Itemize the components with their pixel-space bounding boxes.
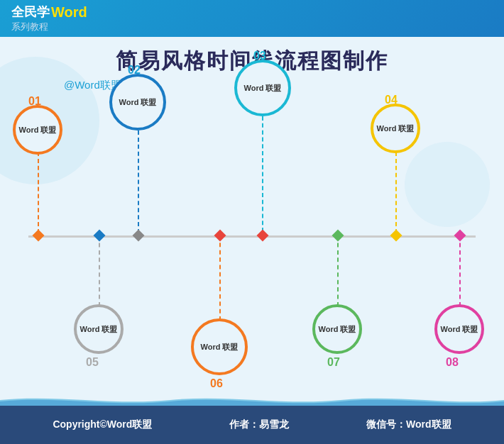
circle-05: Word 联盟 (74, 304, 124, 354)
circle-06: Word 联盟 (191, 318, 248, 375)
node-sq-04 (390, 230, 402, 242)
timeline-container: Word 联盟 01 Word 联盟 02 Word 联盟 03 Word 联盟… (0, 95, 504, 372)
circle-08-label: Word 联盟 (441, 324, 478, 335)
brand-badge: 全民学 Word (11, 4, 87, 21)
circle-08: Word 联盟 (434, 304, 484, 354)
header-left: 全民学 Word 系列教程 (11, 4, 87, 33)
vline-05 (99, 235, 100, 306)
brand-word: Word (51, 4, 87, 21)
node-sq-08 (454, 230, 466, 242)
circle-02: Word 联盟 (109, 74, 166, 131)
circle-07: Word 联盟 (312, 304, 362, 354)
brand-text: 全民学 (11, 4, 50, 21)
node-sq-03 (257, 230, 269, 242)
node-sq-07 (332, 230, 344, 242)
header-series: 系列教程 (11, 21, 87, 33)
node-sq-06 (214, 230, 226, 242)
circle-01-label: Word 联盟 (19, 125, 57, 135)
vline-07 (337, 235, 339, 306)
node-sq-05 (94, 230, 106, 242)
vline-04 (395, 152, 397, 233)
vline-03 (262, 116, 263, 232)
num-05: 05 (86, 356, 99, 369)
circle-04-label: Word 联盟 (377, 123, 415, 134)
footer-wave (0, 394, 504, 406)
footer-author: 作者：易雪龙 (229, 418, 289, 431)
circle-03-label: Word 联盟 (244, 83, 282, 94)
circle-04: Word 联盟 (371, 104, 420, 153)
vline-08 (459, 235, 461, 306)
num-01: 01 (28, 95, 41, 108)
footer: Copyright©Word联盟 作者：易雪龙 微信号：Word联盟 (0, 406, 504, 444)
circle-03: Word 联盟 (234, 60, 291, 116)
circle-05-label: Word 联盟 (80, 324, 118, 335)
circle-02-label: Word 联盟 (119, 97, 157, 108)
num-07: 07 (327, 356, 340, 369)
node-sq-02 (133, 230, 145, 242)
vline-02 (138, 131, 139, 233)
circle-01: Word 联盟 (13, 105, 62, 155)
num-03: 03 (253, 50, 266, 62)
circle-07-label: Word 联盟 (319, 324, 356, 335)
num-06: 06 (210, 377, 223, 390)
vline-06 (219, 235, 221, 321)
footer-copyright: Copyright©Word联盟 (53, 418, 152, 431)
num-04: 04 (385, 94, 398, 106)
circle-06-label: Word 联盟 (201, 342, 239, 353)
num-02: 02 (128, 64, 141, 77)
vline-01 (38, 152, 39, 233)
node-sq-01 (33, 230, 45, 242)
header: 全民学 Word 系列教程 (0, 0, 504, 37)
footer-wechat: 微信号：Word联盟 (366, 418, 451, 431)
num-08: 08 (446, 356, 459, 369)
